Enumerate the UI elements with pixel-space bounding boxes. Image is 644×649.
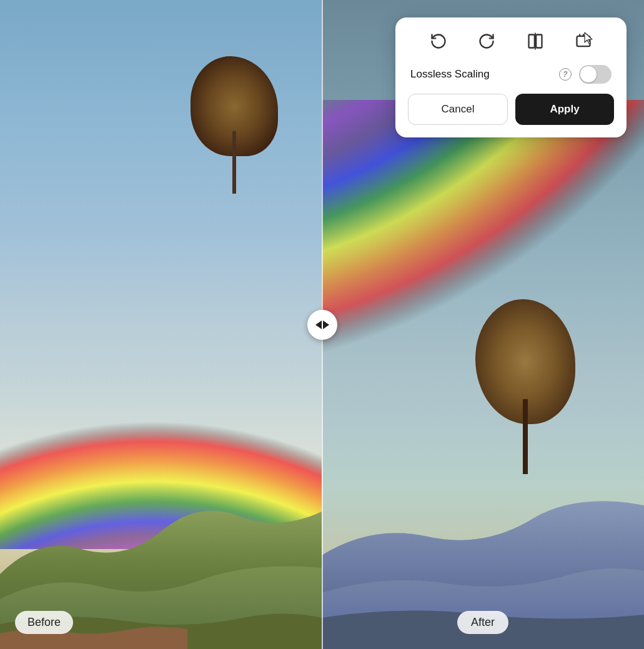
help-icon[interactable]: ? [559,68,572,81]
svg-rect-3 [536,35,542,48]
arrow-right-icon [323,320,329,329]
before-background: Before [0,0,322,649]
rotate-right-icon [478,32,495,50]
screenshot-button[interactable] [570,27,597,55]
flip-button[interactable] [522,27,549,55]
before-panel: Before [0,0,322,649]
cursor-icon [583,31,595,45]
split-handle[interactable] [307,310,337,340]
help-symbol: ? [563,70,567,79]
rotate-right-button[interactable] [473,27,500,55]
arrow-left-icon [315,320,322,329]
cancel-button[interactable]: Cancel [408,94,508,125]
toolbar-popup: Lossless Scaling ? Cancel Apply [395,17,627,137]
toggle-knob [580,66,597,82]
tree-trunk-after [523,399,528,474]
after-label: After [457,611,508,634]
tree-after [463,299,588,474]
flip-icon [527,32,544,50]
before-label: Before [15,611,73,634]
tree-before [184,56,284,194]
main-canvas: Before [0,0,644,649]
svg-rect-2 [528,35,534,48]
rotate-left-icon [430,32,447,50]
lossless-scaling-label: Lossless Scaling [410,68,555,81]
svg-marker-9 [585,32,592,44]
lossless-scaling-toggle[interactable] [579,65,612,84]
apply-button[interactable]: Apply [515,94,614,125]
action-buttons-row: Cancel Apply [408,94,614,125]
split-arrows [315,320,329,329]
lossless-scaling-row: Lossless Scaling ? [408,65,614,84]
rotate-left-button[interactable] [425,27,452,55]
tree-trunk-before [232,131,236,194]
toolbar-icons-row [408,27,614,55]
